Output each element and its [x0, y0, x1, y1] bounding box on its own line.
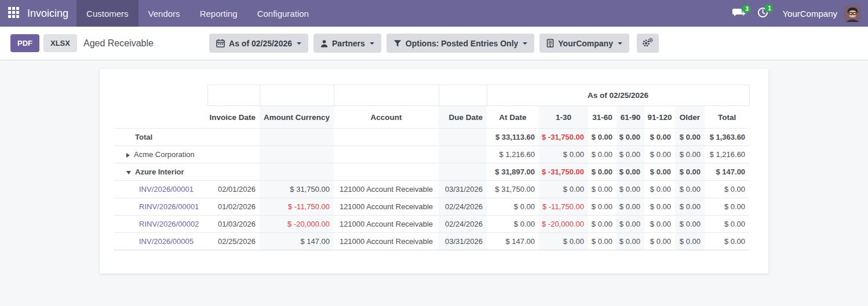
- row-name-cell: RINV/2026/00002: [114, 216, 207, 233]
- value-cell: $ 0.00: [644, 216, 675, 233]
- value-cell: [334, 146, 439, 163]
- journal-entry-link[interactable]: RINV/2026/00001: [139, 202, 199, 211]
- gears-icon: [642, 38, 653, 49]
- value-cell: $ 0.00: [675, 216, 705, 233]
- value-cell: 121000 Account Receivable: [334, 181, 439, 198]
- value-cell: $ 1,363.60: [705, 129, 749, 146]
- value-cell: $ 0.00: [675, 181, 705, 198]
- company-filter-button[interactable]: YourCompany: [539, 34, 629, 53]
- table-row: RINV/2026/0000101/02/2026$ -11,750.00121…: [114, 198, 749, 216]
- options-filter-label: Options: Posted Entries Only: [406, 39, 518, 48]
- chevron-down-icon: [523, 42, 527, 45]
- table-row: Total$ 33,113.60$ -31,750.00$ 0.00$ 0.00…: [114, 129, 749, 146]
- options-filter-button[interactable]: Options: Posted Entries Only: [386, 34, 534, 53]
- report-settings-button[interactable]: [637, 34, 659, 53]
- nav-item-configuration[interactable]: Configuration: [247, 0, 319, 27]
- column-header: Due Date: [439, 106, 487, 129]
- value-cell: [207, 163, 260, 181]
- value-cell: $ 147.00: [487, 233, 539, 250]
- value-cell: 02/01/2026: [207, 181, 260, 198]
- value-cell: $ 0.00: [539, 181, 588, 198]
- apps-menu-button[interactable]: [0, 0, 25, 27]
- value-cell: [334, 163, 439, 181]
- control-panel: PDF XLSX Aged Receivable As of 02/25/202…: [0, 27, 868, 60]
- nav-item-vendors[interactable]: Vendors: [138, 0, 190, 27]
- empty-header-cell: [334, 85, 439, 106]
- row-name-cell: RINV/2026/00001: [114, 198, 207, 216]
- table-column-header-row: Invoice DateAmount CurrencyAccountDue Da…: [114, 106, 749, 129]
- partners-filter-button[interactable]: Partners: [313, 34, 381, 53]
- partner-group-label[interactable]: Acme Corporation: [134, 150, 195, 159]
- export-pdf-button[interactable]: PDF: [10, 34, 39, 52]
- report-card: As of 02/25/2026Invoice DateAmount Curre…: [100, 69, 768, 274]
- as-of-date-header: As of 02/25/2026: [487, 85, 749, 106]
- collapse-caret-icon[interactable]: [126, 171, 131, 174]
- app-name-menu[interactable]: Invoicing: [25, 0, 76, 27]
- value-cell: $ 31,750.00: [260, 181, 334, 198]
- value-cell: 121000 Account Receivable: [334, 233, 439, 250]
- journal-entry-link[interactable]: INV/2026/00005: [139, 237, 194, 246]
- nav-item-customers[interactable]: Customers: [76, 0, 138, 27]
- activities-button[interactable]: 1: [757, 6, 769, 20]
- date-filter-button[interactable]: As of 02/25/2026: [209, 34, 308, 53]
- value-cell: [439, 146, 487, 163]
- value-cell: $ 0.00: [705, 181, 749, 198]
- column-header: Total: [705, 106, 749, 129]
- column-header: Invoice Date: [207, 106, 260, 129]
- partners-filter-label: Partners: [332, 39, 365, 48]
- table-row: INV/2026/0000502/25/2026$ 147.00121000 A…: [114, 233, 749, 250]
- partner-group-label[interactable]: Azure Interior: [135, 167, 184, 176]
- value-cell: 01/02/2026: [207, 198, 260, 216]
- expand-caret-icon[interactable]: [126, 153, 130, 158]
- value-cell: $ 0.00: [644, 181, 675, 198]
- value-cell: [260, 146, 334, 163]
- messages-button[interactable]: 3: [732, 7, 746, 20]
- value-cell: $ 0.00: [617, 129, 644, 146]
- value-cell: $ 0.00: [617, 233, 644, 250]
- empty-header-cell: [207, 85, 260, 106]
- column-header: 31-60: [588, 106, 617, 129]
- export-xlsx-button[interactable]: XLSX: [43, 34, 77, 52]
- column-header: 91-120: [644, 106, 675, 129]
- row-name-cell[interactable]: Acme Corporation: [114, 146, 207, 163]
- value-cell: $ 0.00: [675, 198, 705, 216]
- table-row: RINV/2026/0000201/03/2026$ -20,000.00121…: [114, 216, 749, 233]
- calendar-icon: [216, 39, 225, 48]
- chevron-down-icon: [618, 42, 622, 45]
- value-cell: $ -20,000.00: [260, 216, 334, 233]
- column-header: [114, 106, 207, 129]
- value-cell: $ 31,750.00: [487, 181, 539, 198]
- navbar-systray: 3 1 YourCompany: [727, 0, 868, 27]
- user-avatar[interactable]: [844, 5, 861, 22]
- value-cell: [207, 129, 260, 146]
- journal-entry-link[interactable]: RINV/2026/00002: [139, 220, 199, 228]
- table-group-header-row: As of 02/25/2026: [114, 85, 749, 106]
- nav-item-reporting[interactable]: Reporting: [190, 0, 247, 27]
- value-cell: $ 0.00: [617, 163, 644, 181]
- total-row-label: Total: [135, 133, 152, 141]
- row-name-cell: INV/2026/00001: [114, 181, 207, 198]
- value-cell: [207, 146, 260, 163]
- activities-badge: 1: [765, 4, 774, 13]
- value-cell: $ 0.00: [644, 163, 675, 181]
- building-icon: [546, 39, 554, 48]
- column-header: 1-30: [539, 106, 588, 129]
- value-cell: $ -20,000.00: [539, 216, 588, 233]
- value-cell: $ 1,216.60: [705, 146, 749, 163]
- value-cell: $ -31,750.00: [539, 163, 588, 181]
- user-company-menu[interactable]: YourCompany: [782, 9, 837, 19]
- value-cell: 02/24/2026: [439, 198, 487, 216]
- report-area: As of 02/25/2026Invoice DateAmount Curre…: [0, 60, 868, 306]
- date-filter-label: As of 02/25/2026: [229, 39, 292, 48]
- value-cell: $ 0.00: [675, 233, 705, 250]
- value-cell: $ 0.00: [644, 129, 675, 146]
- value-cell: [439, 163, 487, 181]
- company-filter-label: YourCompany: [558, 39, 613, 48]
- spacer-cell: [114, 85, 207, 106]
- column-header: Amount Currency: [260, 106, 334, 129]
- column-header: At Date: [487, 106, 539, 129]
- row-name-cell[interactable]: Azure Interior: [114, 163, 207, 181]
- journal-entry-link[interactable]: INV/2026/00001: [139, 185, 194, 194]
- value-cell: $ 0.00: [675, 163, 705, 181]
- page-title: Aged Receivable: [83, 38, 154, 49]
